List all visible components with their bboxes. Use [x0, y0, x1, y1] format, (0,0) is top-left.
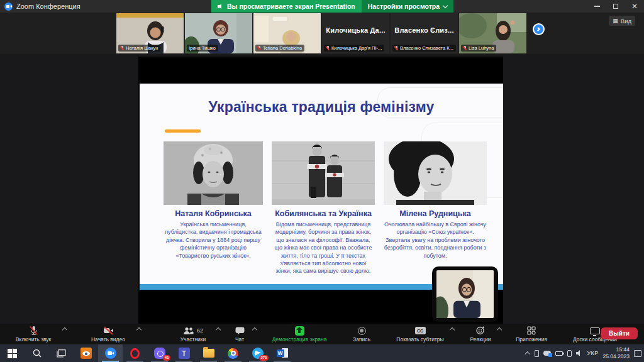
participant-name-label: Килочицька Дар'я ПІ-...: [324, 45, 384, 52]
opera-icon: [130, 348, 140, 359]
system-tray: УКР 15:44 25.04.2023: [526, 344, 641, 362]
usb-device-icon[interactable]: [535, 350, 539, 357]
video-options-chevron[interactable]: [136, 327, 142, 332]
participant-name-label: Liza Luhyna: [461, 45, 496, 52]
participants-count: 62: [197, 327, 203, 334]
phone-link-icon[interactable]: [567, 350, 572, 357]
reactions-icon: [476, 326, 485, 335]
portrait-photo: [164, 141, 263, 205]
unmute-button[interactable]: Включить звук: [9, 324, 58, 344]
captions-button[interactable]: CC Показать субтитры: [392, 324, 448, 344]
reactions-button[interactable]: Реакции: [467, 324, 494, 344]
search-button[interactable]: [25, 344, 49, 362]
accent-underline: [165, 129, 201, 133]
mic-muted-icon: [326, 46, 330, 51]
apps-button[interactable]: Приложения: [513, 324, 550, 344]
battery-icon[interactable]: [555, 351, 563, 356]
shared-screen-area: Українська традиція фемінізму: [0, 54, 644, 324]
portrait-photo: [384, 141, 487, 205]
share-screen-button[interactable]: Демонстрация экрана: [268, 324, 331, 344]
taskbar-telegram[interactable]: 275: [245, 344, 270, 362]
mic-muted-icon: [257, 46, 261, 51]
apps-icon: [527, 326, 536, 335]
start-video-button[interactable]: Начать видео: [86, 324, 131, 344]
leave-button[interactable]: Выйти: [601, 327, 638, 339]
slide-title: Українська традиція фемінізму: [140, 99, 503, 116]
slide-card: Наталя Кобринська Українська письменниця…: [164, 141, 263, 275]
participant-name-label: Власенко Єлизавета К...: [392, 45, 456, 52]
participant-tile[interactable]: Liza Luhyna: [459, 13, 526, 53]
view-settings-button[interactable]: Настройки просмотра: [362, 0, 453, 13]
cloud-sync-icon[interactable]: [543, 351, 551, 356]
chat-options-chevron[interactable]: [252, 327, 257, 332]
slide-card: Кобилянська та Українка Відома письменни…: [272, 141, 375, 275]
screen-view-banner: Вы просматриваете экран Presentation Нас…: [211, 0, 453, 13]
participant-name-label: Наталія Шакун: [118, 45, 160, 52]
self-view-video[interactable]: [432, 266, 498, 322]
grid-icon: ▦: [613, 18, 618, 24]
clock[interactable]: 15:44 25.04.2023: [602, 346, 630, 359]
taskbar-teams[interactable]: T: [172, 344, 196, 362]
person-name: Кобилянська та Українка: [272, 209, 375, 218]
windows-icon: [8, 349, 17, 358]
language-indicator[interactable]: УКР: [587, 350, 599, 356]
titlebar: Zoom Конференция Вы просматриваете экран…: [0, 0, 644, 13]
participants-button[interactable]: 62 Участники: [175, 324, 211, 344]
chat-button[interactable]: Чат: [230, 324, 249, 344]
portrait-photo: [272, 141, 375, 205]
taskbar-chrome[interactable]: [221, 344, 245, 362]
taskbar-photo-app[interactable]: [74, 344, 98, 362]
chrome-icon: [228, 348, 238, 359]
mic-muted-icon: [463, 46, 467, 51]
participant-name-label: Tetiana Deriabkina: [255, 45, 304, 52]
participants-icon: [183, 327, 194, 335]
banner-message: Вы просматриваете экран Presentation: [211, 0, 362, 13]
presentation-canvas: Українська традиція фемінізму: [138, 57, 503, 324]
window-controls: ✕: [587, 0, 644, 13]
next-participants-button[interactable]: [533, 23, 545, 35]
participant-tile[interactable]: Наталія Шакун: [116, 13, 184, 53]
mic-muted-icon: [29, 326, 38, 336]
task-view-button[interactable]: [49, 344, 74, 362]
speaker-icon: [218, 4, 223, 9]
record-button[interactable]: Запись: [350, 324, 374, 344]
participants-options-chevron[interactable]: [216, 327, 221, 332]
search-icon: [33, 349, 42, 358]
telegram-badge: 275: [259, 355, 269, 361]
viber-badge: 41: [163, 355, 170, 361]
person-description: Очолювала найбільшу в Європі жіночу орга…: [384, 221, 487, 260]
start-button[interactable]: [0, 344, 25, 362]
share-screen-icon: [295, 326, 304, 336]
participant-tile[interactable]: Килочицька Да... Килочицька Дар'я ПІ-...: [322, 13, 389, 53]
cc-icon: CC: [415, 327, 426, 334]
folder-icon: [203, 349, 214, 358]
taskbar-file-explorer[interactable]: [196, 344, 221, 362]
view-layout-button[interactable]: ▦ Вид: [609, 16, 635, 26]
person-description: Українська письменниця, публіцистка, вид…: [164, 221, 263, 260]
slide-columns: Наталя Кобринська Українська письменниця…: [164, 141, 487, 275]
whiteboard-icon: [590, 327, 600, 334]
action-center-icon[interactable]: [634, 350, 641, 357]
participant-tile-active-speaker[interactable]: Ірина Тишко: [185, 13, 252, 53]
reactions-options-chevron[interactable]: [497, 327, 502, 332]
photo-app-icon: [80, 348, 92, 359]
taskbar-opera[interactable]: [123, 344, 147, 362]
participant-tile[interactable]: Tetiana Deriabkina: [253, 13, 321, 53]
volume-icon[interactable]: [576, 350, 583, 356]
taskbar-viber[interactable]: 41: [147, 344, 172, 362]
participant-display-name: Килочицька Да...: [322, 26, 389, 34]
taskbar-zoom-app[interactable]: [98, 344, 123, 362]
close-button[interactable]: ✕: [625, 0, 644, 13]
captions-options-chevron[interactable]: [450, 327, 455, 332]
maximize-button[interactable]: [606, 0, 625, 13]
slide: Українська традиція фемінізму: [140, 84, 503, 284]
taskbar-word[interactable]: W: [270, 344, 294, 362]
minimize-button[interactable]: [587, 0, 606, 13]
meeting-toolbar: Включить звук Начать видео: [0, 324, 644, 344]
zoom-app-icon: [105, 348, 116, 359]
participant-tile[interactable]: Власенко Єлиз... Власенко Єлизавета К...: [391, 13, 458, 53]
mic-options-chevron[interactable]: [62, 327, 67, 332]
video-tiles: Наталія Шакун Ірина Тишко: [116, 13, 526, 53]
person-name: Наталя Кобринська: [164, 209, 263, 218]
self-video: [436, 270, 494, 318]
